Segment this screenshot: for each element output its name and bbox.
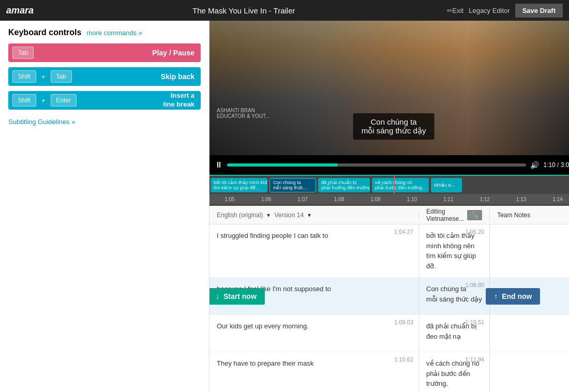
ruler-mark-6: 1:10 [394, 197, 430, 202]
sub-en-time-4: 1:10.62 [394, 356, 413, 363]
ruler-mark-7: 1:11 [430, 197, 467, 202]
video-title: The Mask You Live In - Trailer [44, 6, 443, 15]
key-row-line-break: Shift + Enter Insert aline break [8, 91, 201, 110]
settings-button[interactable]: 🔧 [467, 210, 482, 220]
ruler-mark-8: 1:12 [467, 197, 503, 202]
subtitles-container: English (original) ▾ Version 14 ▾ Editin… [209, 206, 569, 392]
english-label: English (original) [217, 212, 263, 219]
video-placeholder: ASHANTI BRANEDUCATOR & YOUT... Con chúng… [209, 21, 569, 155]
end-now-button[interactable]: ↑ End now [486, 288, 540, 305]
plus-2: + [41, 97, 46, 104]
version-dropdown[interactable]: ▾ [267, 212, 270, 219]
video-area: ASHANTI BRANEDUCATOR & YOUT... Con chúng… [209, 21, 569, 175]
edit-title-icon[interactable]: ✏ [447, 7, 453, 14]
sub-notes-3 [490, 315, 569, 352]
sub-vi-time-2: 1:08.80 [465, 282, 484, 288]
video-controls: ⏸ 🔊 1:10 / 3:09 [209, 155, 569, 175]
tab-badge-2: Tab [51, 70, 72, 83]
subs-header: English (original) ▾ Version 14 ▾ Editin… [209, 206, 569, 224]
sub-en-time-3: 1:09.03 [394, 319, 413, 325]
line-break-label: Insert aline break [81, 92, 201, 109]
start-now-label: Start now [223, 292, 257, 300]
version-dropdown-2[interactable]: ▾ [308, 212, 311, 219]
video-watermark: ASHANTI BRANEDUCATOR & YOUT... [217, 108, 269, 119]
timeline-seg-1[interactable]: bởi tôi cảm thấy mình không nêntìm kiếm … [211, 178, 267, 192]
sub-en-2: because I feel like I'm not supposed toh… [209, 278, 419, 314]
tab-badge: Tab [12, 47, 34, 59]
timeline-cursor [394, 176, 395, 194]
header-actions: Exit Legacy Editor Save Draft [453, 4, 563, 18]
sub-en-4: They have to prepare their mask 1:10.62 [209, 352, 419, 392]
more-commands-link[interactable]: more commands » [86, 29, 142, 37]
enter-badge: Enter [51, 94, 77, 107]
ruler-mark-1: 1:05 [212, 197, 248, 202]
table-row: Our kids get up every morning. 1:09.03 đ… [209, 315, 569, 352]
timeline-area: bởi tôi cảm thấy mình không nêntìm kiếm … [209, 175, 569, 206]
sub-notes-4 [490, 352, 569, 392]
keyboard-header: Keyboard controls more commands » [8, 28, 201, 37]
key-row-play-pause: Tab Play / Pause [8, 43, 201, 62]
end-now-icon: ↑ [494, 292, 498, 300]
sub-vi-3[interactable]: đã phải chuẩn bịđeo mặt nạ 1:10.51 [419, 315, 490, 352]
timeline-seg-4[interactable]: về cách chúng nóphải bước đến trường... [372, 178, 429, 192]
left-panel: Keyboard controls more commands » Tab Pl… [0, 21, 209, 392]
ruler-mark-4: 1:08 [321, 197, 357, 202]
start-now-button[interactable]: ↓ Start now [209, 288, 265, 305]
volume-icon[interactable]: 🔊 [530, 161, 539, 169]
sub-en-1: I struggled finding people I can talk to… [209, 224, 419, 277]
time-display: 1:10 / 3:09 [543, 161, 569, 169]
keyboard-title: Keyboard controls [8, 28, 81, 37]
timeline-bar: bởi tôi cảm thấy mình không nêntìm kiếm … [209, 176, 569, 194]
sub-en-text-3: Our kids get up every morning. [217, 322, 309, 330]
notes-label: Team Notes [497, 212, 530, 219]
ruler-mark-9: 1:13 [503, 197, 539, 202]
key-row-skip-back: Shift + Tab Skip back [8, 67, 201, 86]
progress-bar[interactable] [227, 163, 526, 167]
start-now-icon: ↓ [216, 292, 219, 300]
timeline-seg-5[interactable]: Nhiều si... [431, 178, 462, 192]
ruler-mark-3: 1:07 [284, 197, 321, 202]
center-panel: ASHANTI BRANEDUCATOR & YOUT... Con chúng… [209, 21, 569, 392]
sub-vi-text-4: về cách chúng nóphải bước đến trường. [426, 359, 480, 387]
sub-en-3: Our kids get up every morning. 1:09.03 [209, 315, 419, 352]
table-row: I struggled finding people I can talk to… [209, 224, 569, 278]
legacy-editor-button[interactable]: Legacy Editor [469, 7, 510, 14]
skip-back-label: Skip back [76, 72, 201, 81]
end-now-label: End now [502, 292, 532, 300]
timeline-seg-3[interactable]: đã phải chuẩn bịphải hướng đến trường... [318, 178, 370, 192]
main-container: Keyboard controls more commands » Tab Pl… [0, 21, 569, 392]
exit-button[interactable]: Exit [453, 7, 464, 14]
sub-en-time-1: 1:04.27 [394, 229, 413, 235]
sub-vi-2[interactable]: Con chúng tamỗi sáng thức dậy 1:08.80 [419, 278, 490, 314]
version-label: Version 14 [274, 212, 304, 219]
table-row: because I feel like I'm not supposed toh… [209, 278, 569, 315]
col-notes-header: Team Notes [490, 212, 569, 219]
shift-badge-1: Shift [12, 70, 36, 83]
subtitling-guidelines-link[interactable]: Subtitling Guidelines » [8, 118, 201, 126]
app-header: amara The Mask You Live In - Trailer ✏ E… [0, 0, 569, 21]
sub-vi-text-1: bởi tôi cảm thấy mình không nêntìm kiếm … [426, 232, 476, 270]
sub-en-text-1: I struggled finding people I can talk to [217, 232, 328, 239]
plus-1: + [41, 73, 46, 81]
vietnamese-label: Editing Vietnamese... [426, 208, 464, 222]
col-english-header: English (original) ▾ Version 14 ▾ [209, 212, 419, 219]
play-pause-button[interactable]: ⏸ [215, 160, 223, 170]
ruler-mark-10: 1:14 [540, 197, 569, 202]
video-subtitle: Con chúng ta mỗi sáng thức dậy [353, 113, 435, 140]
sub-vi-time-4: 1:11.94 [465, 356, 484, 363]
sub-en-text-4: They have to prepare their mask [217, 359, 313, 367]
app-logo: amara [6, 5, 34, 16]
ruler-mark-5: 1:09 [357, 197, 394, 202]
sub-vi-1[interactable]: bởi tôi cảm thấy mình không nêntìm kiếm … [419, 224, 490, 277]
sub-notes-1 [490, 224, 569, 277]
sub-vi-time-3: 1:10.51 [465, 319, 484, 325]
save-draft-button[interactable]: Save Draft [515, 4, 563, 18]
shift-badge-2: Shift [12, 94, 36, 107]
timeline-seg-2[interactable]: Con chúng tamỗi sáng thức... [269, 178, 316, 192]
table-row: They have to prepare their mask 1:10.62 … [209, 352, 569, 392]
timeline-ruler: 1:05 1:06 1:07 1:08 1:09 1:10 1:11 1:12 … [209, 194, 569, 204]
col-vietnamese-header: Editing Vietnamese... 🔧 [419, 208, 490, 222]
play-pause-label: Play / Pause [38, 49, 201, 57]
sub-vi-4[interactable]: về cách chúng nóphải bước đến trường. 1:… [419, 352, 490, 392]
ruler-mark-2: 1:06 [248, 197, 284, 202]
